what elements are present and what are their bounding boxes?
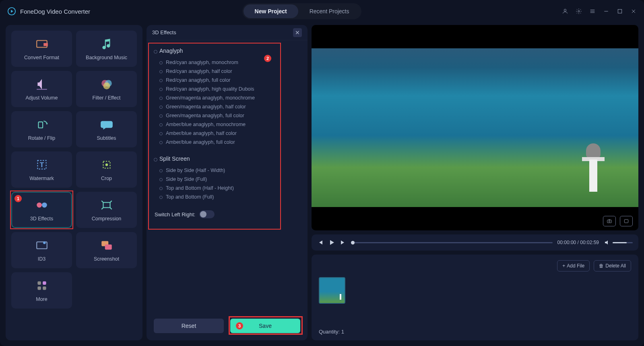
next-frame-button[interactable] bbox=[340, 239, 346, 246]
annotation-marker-1: 1 bbox=[14, 195, 22, 202]
lighthouse-graphic bbox=[584, 143, 602, 192]
svg-rect-32 bbox=[43, 286, 46, 290]
svg-point-20 bbox=[105, 164, 107, 166]
option-item[interactable]: Side by Side (Full) bbox=[155, 175, 299, 184]
delete-all-button[interactable]: 🗑Delete All bbox=[594, 260, 631, 271]
svg-rect-30 bbox=[43, 281, 46, 285]
close-icon[interactable] bbox=[630, 8, 637, 15]
tool-label: Filter / Effect bbox=[93, 95, 121, 101]
compression-icon bbox=[100, 198, 114, 212]
group-split-title: Split Screen bbox=[159, 155, 299, 162]
tool-adjust-volume[interactable]: Adjust Volume bbox=[11, 71, 72, 107]
option-item[interactable]: Green/magenta anaglyph, full color bbox=[155, 111, 299, 120]
file-actions: +Add File 🗑Delete All bbox=[319, 260, 631, 271]
settings-icon[interactable] bbox=[576, 8, 582, 15]
quantity-value: 1 bbox=[341, 329, 344, 335]
option-item[interactable]: Side by Side (Half - Width) bbox=[155, 166, 299, 175]
option-item[interactable]: Top and Bottom (Half - Height) bbox=[155, 184, 299, 193]
anaglyph-options: Red/cyan anaglyph, monochrom Red/cyan an… bbox=[155, 58, 299, 147]
option-item[interactable]: Red/cyan anaglyph, monochrom bbox=[155, 58, 299, 67]
video-preview bbox=[312, 25, 638, 230]
plus-icon: + bbox=[562, 263, 565, 269]
window-controls bbox=[562, 8, 637, 15]
trash-icon: 🗑 bbox=[599, 263, 604, 269]
svg-rect-29 bbox=[37, 281, 41, 285]
option-item[interactable]: Amber/blue anaglyph, monochrome bbox=[155, 120, 299, 129]
panel-title: 3D Effects bbox=[152, 29, 176, 35]
option-item[interactable]: Amber/blue anaglyph, half color bbox=[155, 129, 299, 138]
panel-close-button[interactable]: ✕ bbox=[293, 28, 302, 37]
svg-text:T: T bbox=[39, 161, 44, 169]
project-tabs: New Project Recent Projects bbox=[242, 3, 362, 19]
svg-point-34 bbox=[609, 221, 610, 222]
svg-point-22 bbox=[42, 203, 47, 208]
tool-label: More bbox=[36, 296, 47, 302]
annotation-marker-3: 3 bbox=[236, 322, 243, 329]
prev-frame-button[interactable] bbox=[317, 239, 324, 246]
app-title: FoneDog Video Converter bbox=[20, 8, 90, 15]
svg-rect-7 bbox=[618, 9, 621, 13]
quantity-label: Quantity: bbox=[319, 329, 340, 335]
volume-slider[interactable] bbox=[613, 242, 633, 243]
tool-more[interactable]: More bbox=[11, 272, 72, 309]
save-button[interactable]: 3 Save bbox=[230, 319, 300, 333]
tool-screenshot[interactable]: Screenshot bbox=[76, 232, 137, 268]
play-button[interactable] bbox=[328, 239, 335, 246]
tool-subtitles[interactable]: Subtitles bbox=[76, 111, 137, 147]
player-bar: 00:00:00 / 00:02:59 bbox=[312, 234, 638, 251]
tool-crop[interactable]: Crop bbox=[76, 151, 137, 188]
svg-rect-16 bbox=[38, 122, 43, 128]
option-item[interactable]: Amber/blue anaglyph, full color bbox=[155, 138, 299, 147]
watermark-icon: T bbox=[35, 158, 49, 172]
volume-control bbox=[604, 239, 633, 246]
add-file-button[interactable]: +Add File bbox=[557, 260, 590, 271]
option-item[interactable]: Red/cyan anaglyph, full color bbox=[155, 76, 299, 85]
svg-rect-24 bbox=[103, 203, 110, 208]
tool-3d-effects[interactable]: 1 3D Effects bbox=[11, 192, 72, 228]
preview-image bbox=[312, 48, 638, 207]
option-item[interactable]: Green/magenta anaglyph, half color bbox=[155, 102, 299, 111]
panel-footer: Reset 3 Save bbox=[147, 313, 308, 340]
tab-new-project[interactable]: New Project bbox=[244, 4, 298, 18]
option-item[interactable]: Red/cyan anaglyph, half color bbox=[155, 67, 299, 76]
minimize-icon[interactable] bbox=[603, 8, 609, 15]
tool-filter-effect[interactable]: Filter / Effect bbox=[76, 71, 137, 107]
screenshot-icon bbox=[100, 238, 114, 252]
delete-all-label: Delete All bbox=[605, 263, 626, 269]
user-icon[interactable] bbox=[562, 8, 568, 15]
effects-panel: 3D Effects ✕ 2 Anaglyph Red/cyan anaglyp… bbox=[147, 25, 308, 340]
menu-icon[interactable] bbox=[589, 8, 596, 15]
filter-icon bbox=[100, 77, 114, 91]
svg-rect-35 bbox=[624, 220, 628, 223]
snapshot-button[interactable] bbox=[603, 216, 616, 226]
music-icon bbox=[100, 37, 114, 51]
time-display: 00:00:00 / 00:02:59 bbox=[557, 240, 599, 245]
tool-label: Rotate / Flip bbox=[28, 135, 55, 141]
fullscreen-button[interactable] bbox=[620, 216, 633, 226]
tool-watermark[interactable]: T Watermark bbox=[11, 151, 72, 188]
seek-track[interactable] bbox=[351, 242, 553, 243]
tool-label: Compression bbox=[92, 216, 122, 222]
option-item[interactable]: Red/cyan anaglyph, high quality Dubois bbox=[155, 85, 299, 93]
preview-actions bbox=[603, 216, 633, 226]
svg-point-1 bbox=[564, 9, 566, 11]
tool-background-music[interactable]: Background Music bbox=[76, 31, 137, 67]
reset-button[interactable]: Reset bbox=[154, 319, 224, 333]
quantity-display: Quantity: 1 bbox=[319, 329, 631, 335]
tool-label: 3D Effects bbox=[30, 216, 53, 222]
file-thumbnail[interactable] bbox=[319, 277, 345, 304]
tool-label: Adjust Volume bbox=[26, 95, 58, 101]
switch-left-right-toggle[interactable] bbox=[199, 210, 215, 218]
save-button-label: Save bbox=[259, 323, 272, 329]
tool-rotate-flip[interactable]: Rotate / Flip bbox=[11, 111, 72, 147]
tab-recent-projects[interactable]: Recent Projects bbox=[298, 4, 361, 18]
seek-thumb[interactable] bbox=[351, 241, 355, 244]
volume-icon[interactable] bbox=[604, 239, 610, 246]
tool-label: ID3 bbox=[38, 256, 45, 262]
option-item[interactable]: Green/magenta anaglyph, monochrome bbox=[155, 93, 299, 102]
maximize-icon[interactable] bbox=[617, 8, 623, 15]
tool-id3[interactable]: ID3 bbox=[11, 232, 72, 268]
option-item[interactable]: Top and Bottom (Full) bbox=[155, 193, 299, 201]
tool-convert-format[interactable]: Convert Format bbox=[11, 31, 72, 67]
tool-compression[interactable]: Compression bbox=[76, 192, 137, 228]
